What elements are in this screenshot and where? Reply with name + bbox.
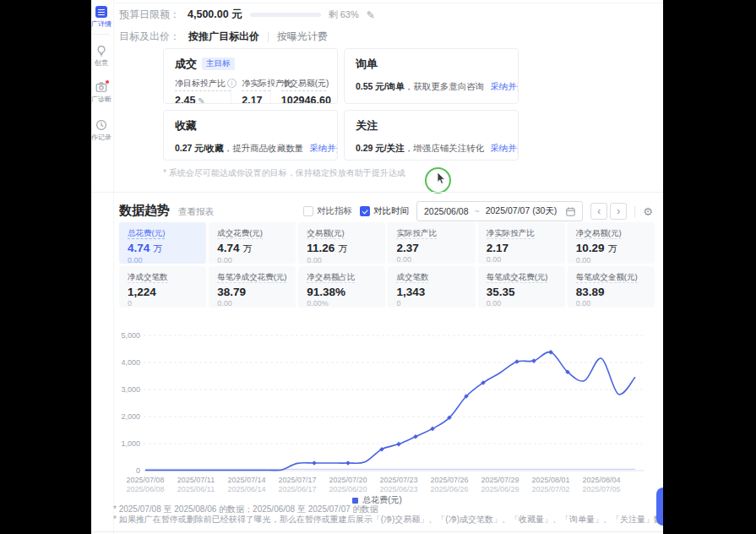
svg-text:2025/07/20: 2025/07/20 [329, 476, 367, 484]
goal-card-title: 询单 [356, 57, 507, 72]
date-separator: ~ [475, 206, 480, 216]
metric-card[interactable]: 净成交笔数1,2240 [119, 266, 206, 308]
budget-row: 预算日限额： 4,500.00 元 剩 63% ✎ [119, 8, 375, 22]
trend-controls: 对比指标 对比时间 2025/06/08 ~ 2025/07/07 (30天) … [303, 202, 653, 221]
metric-card-compare-value: 0 [396, 299, 466, 308]
svg-text:2025/07/17: 2025/07/17 [278, 476, 316, 484]
bulb-icon [95, 45, 107, 57]
sidebar-item-label: 广诊断 [91, 95, 118, 104]
svg-text:2025/06/29: 2025/06/29 [481, 485, 519, 493]
metric-card[interactable]: 总花费(元)4.74 万0.00 [119, 222, 206, 264]
app-frame: 广详情创意广诊断作记录 预算日限额： 4,500.00 元 剩 63% ✎ 目标… [0, 0, 756, 534]
budget-progress-bar [250, 13, 321, 17]
svg-text:2025/07/02: 2025/07/02 [531, 485, 569, 493]
tab-divider [268, 32, 269, 42]
clock-icon [95, 119, 107, 131]
metric-card-value: 2.37 [396, 242, 466, 254]
tab-bid-by-impression[interactable]: 按曝光计费 [277, 30, 328, 44]
metric-card-compare-value: 0.00 [128, 256, 198, 264]
metric-cards-grid: 总花费(元)4.74 万0.00成交花费(元)4.74 万0.00交易额(元)1… [119, 222, 655, 308]
floating-side-button[interactable] [656, 488, 663, 526]
svg-text:3,000: 3,000 [121, 385, 140, 394]
checkbox-icon[interactable] [360, 206, 370, 216]
metric-card-compare-value: 0.00 [487, 255, 557, 264]
metric-card[interactable]: 每笔成交花费(元)35.350.00 [478, 266, 565, 308]
goal-label: 目标及出价： [119, 30, 180, 44]
metric-card-value: 4.74 万 [128, 242, 198, 255]
goal-card-description: 0.55 元/询单，获取更多意向咨询采纳并开启 [356, 81, 507, 93]
checkbox-icon[interactable] [303, 206, 313, 216]
metric-card[interactable]: 成交笔数1,3430 [388, 266, 475, 308]
metric-card-compare-value: 0 [128, 299, 198, 308]
svg-text:2,000: 2,000 [121, 412, 140, 421]
metric-card[interactable]: 交易额(元)11.26 万0.00 [298, 222, 385, 264]
metric-card-value: 38.79 [217, 286, 287, 298]
compare-time-label: 对比时间 [373, 205, 409, 217]
goal-metric: 净交易额(元)102946.60 [270, 78, 326, 104]
prev-period-button[interactable]: ‹ [590, 203, 607, 220]
date-start: 2025/06/08 [424, 206, 469, 216]
sidebar-item-label: 创意 [91, 58, 118, 68]
trend-header: 数据趋势 查看报表 [119, 203, 214, 219]
edit-pencil-icon[interactable]: ✎ [198, 96, 204, 104]
content-area: 广详情创意广诊断作记录 预算日限额： 4,500.00 元 剩 63% ✎ 目标… [91, 0, 663, 534]
svg-text:2025/07/26: 2025/07/26 [430, 476, 468, 484]
goal-metrics-row: 净目标投产比i2.45✎净实际投产比2.17净交易额(元)102946.60 [175, 78, 326, 104]
svg-text:2025/06/20: 2025/06/20 [329, 485, 367, 493]
metric-card-value: 83.89 [576, 286, 646, 298]
metric-card[interactable]: 实际投产比2.370.00 [388, 222, 475, 264]
metric-card-title: 每笔成交花费(元) [487, 272, 557, 283]
top-divider [113, 3, 663, 3]
metric-card-value: 1,224 [128, 286, 198, 298]
metric-card[interactable]: 净实际投产比2.170.00 [478, 222, 565, 264]
goal-cards: 成交主目标净目标投产比i2.45✎净实际投产比2.17净交易额(元)102946… [163, 48, 519, 161]
metric-card-value: 11.26 万 [307, 242, 377, 255]
metric-card[interactable]: 每笔净成交花费(元)38.790.00 [209, 266, 296, 308]
metric-card[interactable]: 净交易额(元)10.29 万0.00 [568, 222, 655, 264]
goal-card-title: 收藏 [175, 118, 326, 134]
svg-text:2025/06/14: 2025/06/14 [227, 485, 265, 493]
adopt-and-enable-link[interactable]: 采纳并开启 [490, 143, 519, 153]
compare-metric-checkbox[interactable]: 对比指标 [303, 205, 352, 217]
metric-card-title: 每笔净成交花费(元) [217, 272, 287, 283]
goal-card-inquiry: 询单0.55 元/询单，获取更多意向咨询采纳并开启 [344, 48, 519, 104]
budget-label: 预算日限额： [119, 8, 180, 22]
metric-card-value: 1,343 [396, 286, 466, 298]
settings-gear-icon[interactable]: ⚙ [643, 205, 653, 218]
data-point-marker [514, 359, 519, 364]
budget-edit-pencil-icon[interactable]: ✎ [367, 9, 375, 21]
trend-title: 数据趋势 [119, 203, 170, 219]
sidebar: 广详情创意广诊断作记录 [91, 0, 114, 534]
svg-text:2025/06/08: 2025/06/08 [126, 485, 164, 493]
sidebar-item-label: 作记录 [91, 133, 118, 142]
metric-card-title: 交易额(元) [307, 228, 377, 239]
date-range-input[interactable]: 2025/06/08 ~ 2025/07/07 (30天) [416, 201, 583, 221]
next-period-button[interactable]: › [610, 203, 627, 220]
compare-time-checkbox[interactable]: 对比时间 [360, 205, 409, 217]
goal-metric-value: 102946.60 [281, 95, 326, 104]
data-point-marker [345, 460, 351, 466]
metric-card[interactable]: 成交花费(元)4.74 万0.00 [209, 222, 296, 264]
bottom-divider [91, 531, 663, 532]
data-point-marker [312, 460, 317, 466]
promo-detail-icon [95, 6, 107, 18]
goal-metric-label: 净交易额(元) [281, 78, 326, 91]
svg-text:2025/06/26: 2025/06/26 [430, 485, 468, 493]
controls-divider [634, 206, 635, 217]
adopt-and-enable-link[interactable]: 采纳并开启 [490, 81, 519, 91]
data-point-marker [413, 434, 418, 439]
metric-card-value: 35.35 [487, 286, 557, 298]
tab-bid-by-goal[interactable]: 按推广目标出价 [188, 30, 259, 44]
svg-text:2025/07/11: 2025/07/11 [177, 476, 215, 484]
svg-text:2025/06/11: 2025/06/11 [177, 485, 215, 493]
metric-card-compare-value: 0.00 [576, 256, 646, 264]
metric-card[interactable]: 净交易额占比91.38%0.00% [298, 266, 385, 308]
view-report-link[interactable]: 查看报表 [178, 206, 214, 218]
budget-remaining: 剩 63% [329, 8, 359, 21]
metric-card[interactable]: 每笔成交金额(元)83.890.00 [568, 266, 655, 308]
mouse-cursor-icon [437, 172, 447, 185]
svg-text:0: 0 [136, 466, 140, 475]
goal-card-title: 关注 [356, 118, 507, 134]
goal-metric-value: 2.17 [242, 95, 270, 104]
adopt-and-enable-link[interactable]: 采纳并开启 [309, 143, 338, 153]
